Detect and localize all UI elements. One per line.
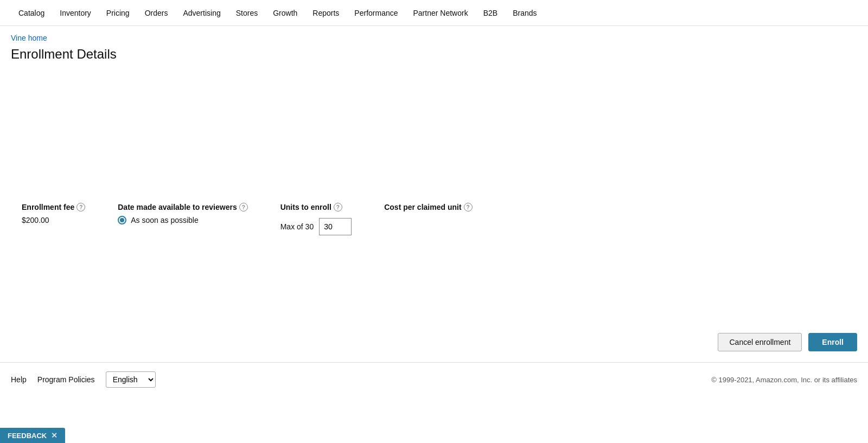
program-policies-link[interactable]: Program Policies [37,375,95,384]
nav-advertising[interactable]: Advertising [175,0,228,26]
nav-pricing[interactable]: Pricing [99,0,137,26]
footer-left: Help Program Policies English Français D… [11,371,156,388]
enrollment-fee-value: $200.00 [22,216,85,224]
nav-reports[interactable]: Reports [305,0,347,26]
help-link[interactable]: Help [11,375,27,384]
units-to-enroll-label: Units to enroll ? [280,203,352,211]
nav-growth[interactable]: Growth [265,0,305,26]
units-info-icon[interactable]: ? [334,203,342,211]
nav-b2b[interactable]: B2B [476,0,505,26]
cost-info-icon[interactable]: ? [464,203,473,211]
units-input[interactable] [319,218,352,235]
breadcrumb-vine-home[interactable]: Vine home [11,34,47,42]
date-available-section: Date made available to reviewers ? As so… [118,203,247,235]
feedback-tab[interactable]: FEEDBACK ✕ [0,428,65,443]
date-radio-label: As soon as possible [131,216,199,224]
cancel-enrollment-button[interactable]: Cancel enrollment [718,333,802,351]
nav-orders[interactable]: Orders [137,0,176,26]
enrollment-details-grid: Enrollment fee ? $200.00 Date made avail… [11,203,857,235]
radio-button-as-soon[interactable] [118,216,126,224]
action-bar: Cancel enrollment Enroll [0,322,868,362]
feedback-label: FEEDBACK [8,432,47,440]
footer: Help Program Policies English Français D… [0,362,868,396]
enrollment-fee-label: Enrollment fee ? [22,203,85,211]
nav-partner-network[interactable]: Partner Network [406,0,476,26]
nav-catalog[interactable]: Catalog [11,0,52,26]
units-row: Max of 30 [280,218,352,235]
feedback-close-icon[interactable]: ✕ [51,431,58,440]
nav-performance[interactable]: Performance [347,0,405,26]
nav-inventory[interactable]: Inventory [52,0,99,26]
nav-stores[interactable]: Stores [228,0,265,26]
top-navigation: Catalog Inventory Pricing Orders Adverti… [0,0,868,26]
footer-copyright: © 1999-2021, Amazon.com, Inc. or its aff… [711,376,857,384]
enrollment-fee-section: Enrollment fee ? $200.00 [22,203,85,235]
language-select[interactable]: English Français Deutsch Español [106,371,156,388]
date-available-info-icon[interactable]: ? [239,203,248,211]
enrollment-fee-info-icon[interactable]: ? [76,203,85,211]
enroll-button[interactable]: Enroll [808,333,857,351]
radio-dot-inner [120,218,124,222]
breadcrumb: Vine home [0,26,868,44]
cost-per-unit-label: Cost per claimed unit ? [384,203,472,211]
nav-brands[interactable]: Brands [505,0,544,26]
date-radio-option[interactable]: As soon as possible [118,216,247,224]
page-title: Enrollment Details [0,44,868,73]
main-content: Enrollment fee ? $200.00 Date made avail… [0,73,868,290]
date-available-label: Date made available to reviewers ? [118,203,247,211]
cost-per-unit-section: Cost per claimed unit ? [384,203,472,235]
units-max-text: Max of 30 [280,222,314,231]
units-to-enroll-section: Units to enroll ? Max of 30 [280,203,352,235]
